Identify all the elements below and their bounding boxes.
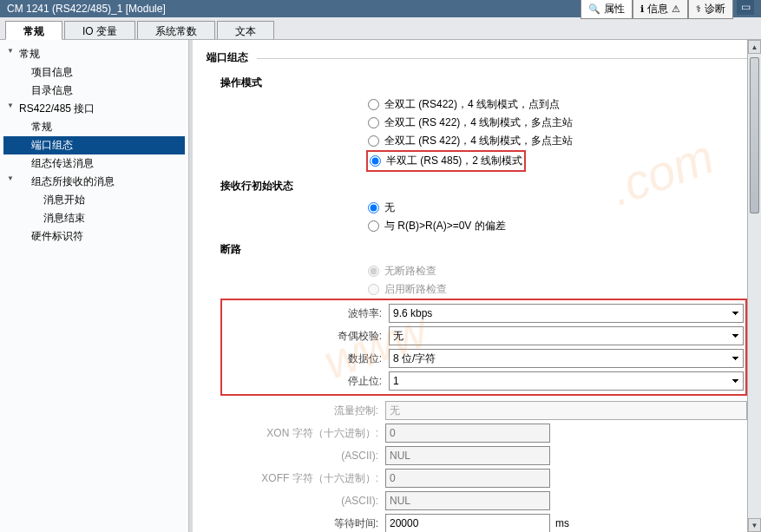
serial-settings-highlight: 波特率:9.6 kbps 奇偶校验:无 数据位:8 位/字符 停止位:1: [220, 299, 747, 396]
init-radio-1[interactable]: 与 R(B)>R(A)>=0V 的偏差: [368, 217, 747, 235]
waittime-unit: ms: [555, 517, 569, 529]
opmode-radio-3[interactable]: 半双工 (RS 485)，2 线制模式: [370, 154, 522, 168]
opmode-highlight: 半双工 (RS 485)，2 线制模式: [366, 150, 526, 172]
scroll-down-button[interactable]: ▼: [748, 518, 761, 532]
tree-item[interactable]: 目录信息: [3, 82, 185, 100]
tab-text[interactable]: 文本: [217, 21, 274, 39]
waittime-input[interactable]: [385, 514, 550, 532]
xoffhex-input: [385, 469, 550, 488]
tree-item[interactable]: 端口组态: [3, 136, 185, 154]
break-radio-1: 启用断路检查: [368, 280, 747, 299]
radio-input[interactable]: [368, 220, 379, 232]
content-area: 端口组态 操作模式 全双工 (RS422)，4 线制模式，点到点 全双工 (RS…: [193, 40, 761, 532]
window-title: CM 1241 (RS422/485)_1 [Module]: [7, 3, 166, 15]
nav-tree[interactable]: 常规项目信息目录信息RS422/485 接口常规端口组态组态传送消息组态所接收的…: [0, 40, 189, 532]
xonascii-input: [385, 446, 550, 465]
main-tabs: 常规 IO 变量 系统常数 文本: [0, 17, 761, 40]
radio-input[interactable]: [368, 202, 379, 213]
databits-select[interactable]: 8 位/字符: [389, 349, 744, 368]
radio-input: [368, 266, 379, 277]
vertical-scrollbar[interactable]: ▲ ▼: [747, 40, 761, 532]
xoffhex-label: XOFF 字符（十六进制）:: [220, 471, 385, 486]
scroll-up-button[interactable]: ▲: [748, 40, 761, 54]
xonhex-input: [385, 424, 550, 443]
title-bar: CM 1241 (RS422/485)_1 [Module] 🔍属性 ℹ信息⚠ …: [0, 0, 761, 17]
minimize-button[interactable]: ▭: [737, 0, 754, 15]
baud-select[interactable]: 9.6 kbps: [389, 304, 744, 323]
tab-io[interactable]: IO 变量: [64, 21, 135, 39]
info-icon: ℹ: [640, 3, 644, 15]
flowctrl-label: 流量控制:: [220, 404, 385, 418]
search-icon: 🔍: [588, 3, 600, 15]
stopbits-select[interactable]: 1: [389, 371, 744, 391]
break-title: 断路: [220, 242, 747, 257]
init-radio-0[interactable]: 无: [368, 199, 747, 217]
tab-info[interactable]: ℹ信息⚠: [633, 0, 688, 19]
tree-item[interactable]: 消息开始: [3, 191, 185, 209]
opmode-radio-0[interactable]: 全双工 (RS422)，4 线制模式，点到点: [368, 95, 747, 114]
break-radio-0: 无断路检查: [368, 262, 747, 280]
scrollbar-thumb[interactable]: [750, 57, 759, 213]
tree-item[interactable]: 常规: [3, 118, 185, 136]
tree-item[interactable]: 消息结束: [3, 209, 185, 227]
databits-label: 数据位:: [224, 351, 389, 366]
radio-input[interactable]: [368, 99, 379, 110]
opmode-radio-1[interactable]: 全双工 (RS 422)，4 线制模式，多点主站: [368, 114, 747, 132]
parity-label: 奇偶校验:: [224, 329, 389, 344]
tree-item[interactable]: 项目信息: [3, 63, 185, 82]
radio-input[interactable]: [370, 155, 381, 167]
titlebar-tabs: 🔍属性 ℹ信息⚠ ⚕诊断 ▭: [581, 0, 754, 19]
xoffascii-input: [385, 491, 550, 510]
opmode-radio-2[interactable]: 全双工 (RS 422)，4 线制模式，多点主站: [368, 132, 747, 150]
radio-input[interactable]: [368, 135, 379, 147]
diag-icon: ⚕: [696, 3, 701, 15]
tree-item[interactable]: 常规: [3, 45, 185, 63]
xonascii-label: (ASCII):: [220, 450, 385, 462]
page-title: 端口组态: [207, 47, 747, 69]
tree-item[interactable]: 组态传送消息: [3, 154, 185, 173]
radio-input[interactable]: [368, 117, 379, 128]
tab-properties[interactable]: 🔍属性: [581, 0, 633, 19]
xoffascii-label: (ASCII):: [220, 495, 385, 507]
tab-diagnostics[interactable]: ⚕诊断: [688, 0, 733, 19]
init-state-title: 接收行初始状态: [220, 179, 747, 194]
operation-mode-title: 操作模式: [220, 76, 747, 90]
baud-label: 波特率:: [224, 306, 389, 321]
warning-icon: ⚠: [672, 3, 680, 15]
parity-select[interactable]: 无: [389, 326, 744, 345]
tree-item[interactable]: 组态所接收的消息: [3, 173, 185, 191]
radio-input: [368, 284, 379, 295]
waittime-label: 等待时间:: [220, 516, 385, 531]
tree-item[interactable]: RS422/485 接口: [3, 100, 185, 118]
flowctrl-select: 无: [385, 401, 747, 420]
tab-system-constants[interactable]: 系统常数: [137, 21, 215, 39]
tree-item[interactable]: 硬件标识符: [3, 227, 185, 246]
stopbits-label: 停止位:: [224, 374, 389, 389]
xonhex-label: XON 字符（十六进制）:: [220, 426, 385, 441]
tab-general[interactable]: 常规: [5, 21, 62, 40]
